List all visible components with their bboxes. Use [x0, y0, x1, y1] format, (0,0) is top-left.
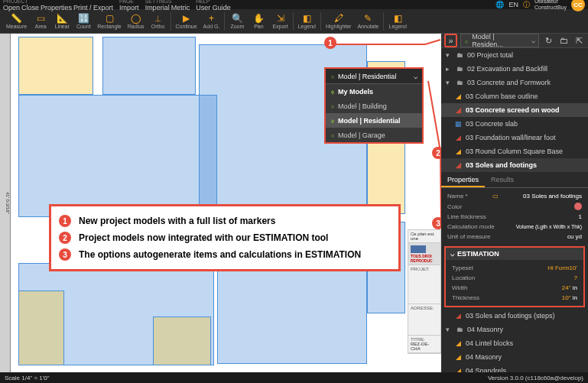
tree-item[interactable]: ◢04 Lintel blocks	[441, 336, 588, 350]
model-dropdown[interactable]: ⬨ Model | Residential ⌵ ⬨ My Models ⬨Mod…	[324, 67, 424, 144]
lang-label[interactable]: EN	[508, 1, 518, 8]
tree-item[interactable]: ◢03 Soles and footings	[441, 158, 588, 172]
tool-zoom[interactable]: 🔍Zoom	[226, 11, 248, 31]
tool-radius[interactable]: ◯Radius	[125, 11, 148, 31]
marker-icon: ◢	[453, 311, 463, 320]
tree-item[interactable]: ◢03 Round Column Square Base	[441, 144, 588, 158]
avatar[interactable]: CC	[571, 0, 585, 11]
add g.-icon: +	[206, 13, 216, 24]
marker-icon: ◢	[453, 147, 463, 156]
globe-icon[interactable]: 🌐	[495, 1, 504, 8]
zoom-icon: 🔍	[232, 13, 242, 24]
dropdown-item[interactable]: ⬨Model | Garage	[326, 128, 422, 142]
tree-item[interactable]: ▾🖿04 Masonry	[441, 323, 588, 336]
marker-icon: ▦	[453, 119, 463, 128]
tool-legend[interactable]: ◧Legend	[385, 11, 409, 31]
tool-continue[interactable]: ▶Continue	[173, 11, 200, 31]
panel-action-2[interactable]: ⇱	[573, 34, 585, 47]
est-width-value[interactable]: 24"	[562, 284, 571, 291]
menu-print-export[interactable]: Print / Export	[73, 4, 113, 11]
tree-item[interactable]: ◢03 Foundation wall/linear foot	[441, 131, 588, 144]
tool-highlighter[interactable]: 🖍Highlighter	[323, 11, 354, 31]
est-typeset-value[interactable]: Hi Form10'	[547, 265, 577, 271]
est-location-value[interactable]: ?	[574, 274, 577, 281]
tool-linear[interactable]: 📐Linear	[51, 11, 73, 31]
tree-item[interactable]: ◢03 Concrete screed on wood	[441, 103, 588, 117]
tool-export[interactable]: ⇲Export	[269, 11, 291, 31]
marker-icon: ◢	[453, 339, 463, 348]
tree-expand-icon[interactable]: ▸	[446, 65, 452, 73]
status-scale: Scale 1/4" = 1'0"	[5, 375, 50, 381]
menu-user-guide[interactable]: User Guide	[196, 4, 231, 11]
chevron-down-icon[interactable]: ⌵	[450, 250, 454, 258]
menu-imperial[interactable]: Imperial	[145, 4, 170, 11]
menu-close[interactable]: Close	[21, 4, 39, 11]
tool-annotate[interactable]: ✎Annotate	[354, 11, 382, 31]
legend-icon: ◧	[301, 13, 312, 24]
folder-icon: 🖿	[455, 325, 464, 334]
drawing-info-panel: Ce plan est une TOUS DROI REPRODUC PROJE…	[408, 229, 441, 354]
measure-icon: 📏	[11, 13, 22, 24]
tree-item[interactable]: ◢04 Spandrels	[441, 364, 588, 372]
tree-expand-icon[interactable]: ▾	[446, 51, 452, 59]
legend-icon: ◧	[392, 13, 403, 24]
prop-calc-value[interactable]: Volume (Lgth x Wdth x Thk)	[516, 224, 582, 229]
user-info: Utilisateur ConstructBuy	[534, 0, 567, 11]
tab-properties[interactable]: Properties	[441, 174, 485, 187]
prop-name-value[interactable]: 03 Soles and footings	[523, 193, 582, 200]
rectangle-icon: ▢	[104, 13, 115, 24]
model-select[interactable]: ⬨ Model | Residen... ⌵	[460, 34, 539, 47]
folder-icon: 🖿	[455, 64, 464, 73]
tool-count[interactable]: 🔢Count	[73, 11, 94, 31]
count-icon: 🔢	[78, 13, 89, 24]
menu-import[interactable]: Import	[119, 4, 139, 11]
tool-pan[interactable]: ✋Pan	[248, 11, 269, 31]
dropdown-item[interactable]: ⬨Model | Building	[326, 99, 422, 113]
marker-icon: ⬨	[464, 37, 469, 45]
tree-item[interactable]: ◢03 Column base outline	[441, 89, 588, 103]
marker-icon: ◢	[453, 161, 463, 170]
tree-item[interactable]: ▦03 Concrete slab	[441, 117, 588, 131]
tree-item[interactable]: ▾🖿00 Project total	[441, 48, 588, 62]
tree-expand-icon[interactable]: ▾	[446, 79, 452, 86]
marker-icon: ◢	[453, 133, 463, 142]
menu-metric[interactable]: Metric	[171, 4, 190, 11]
linear-icon: 📐	[57, 13, 67, 24]
tool-legend[interactable]: ◧Legend	[295, 11, 319, 31]
marker-icon: ◢	[453, 366, 463, 372]
export-icon: ⇲	[275, 13, 286, 24]
prop-thickness-value[interactable]: 1	[579, 213, 582, 220]
tree-item[interactable]: ◢03 Soles and footings (steps)	[441, 309, 588, 323]
marker-icon: ◢	[453, 105, 463, 115]
drawing-canvas[interactable]: 41' 0-3/16" 1 2 3 ⬨ Model | Residential	[0, 34, 441, 372]
prop-unit-value[interactable]: cu yd	[567, 233, 582, 240]
tree-item[interactable]: ▸🖿02 Excavation and Backfill	[441, 62, 588, 76]
panel-expand-button[interactable]: »	[444, 34, 457, 47]
marker-icon: ◢	[453, 92, 463, 101]
panel-action-0[interactable]: ↻	[542, 34, 554, 47]
tool-area[interactable]: ▭Area	[30, 11, 51, 31]
est-thickness-value[interactable]: 10"	[562, 294, 571, 301]
sidebar: » ⬨ Model | Residen... ⌵ ↻🗀⇱ ▾🖿00 Projec…	[441, 34, 588, 372]
tool-ortho[interactable]: ⟂Ortho	[148, 11, 169, 31]
tool-measure[interactable]: 📏Measure	[3, 11, 30, 31]
dropdown-item[interactable]: ⬨Model | Residential	[326, 113, 422, 128]
info-icon[interactable]: ⓘ	[523, 0, 530, 10]
status-version: Version 3.0.0 (c118c60a@develop)	[488, 375, 583, 381]
estimation-section: ⌵ ESTIMATION TypesetHi Form10' Location?…	[444, 246, 585, 307]
tab-results[interactable]: Results	[485, 174, 520, 187]
callout-badge-3: 3	[432, 217, 441, 229]
tree-item[interactable]: ▾🖿03 Concrete and Formwork	[441, 76, 588, 89]
area-icon: ▭	[35, 13, 46, 24]
menu-open[interactable]: Open	[3, 4, 20, 11]
radius-icon: ◯	[131, 13, 141, 24]
color-swatch[interactable]	[574, 203, 582, 210]
feature-callout-box: 1New project models with a full list of …	[49, 204, 401, 271]
menu-properties[interactable]: Properties	[41, 4, 72, 11]
tool-rectangle[interactable]: ▢Rectangle	[94, 11, 125, 31]
tree-item[interactable]: ◢04 Masonry	[441, 350, 588, 364]
panel-action-1[interactable]: 🗀	[557, 34, 570, 47]
tool-add-g-[interactable]: +Add G.	[200, 11, 223, 31]
tree-expand-icon[interactable]: ▾	[446, 326, 452, 333]
marker-icon: ⬨	[330, 72, 335, 80]
